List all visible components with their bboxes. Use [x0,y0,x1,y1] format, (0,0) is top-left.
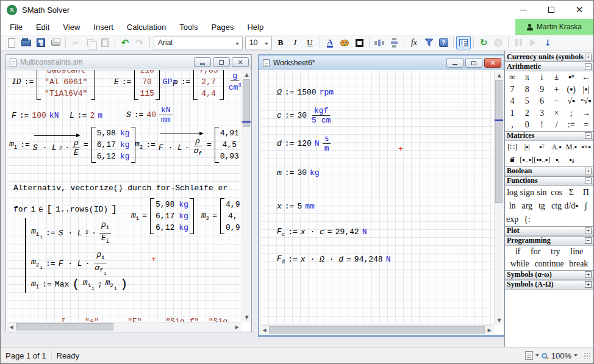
section-symbols-lowercase[interactable]: Symbols (α-ω) + [505,270,593,280]
page-view-icon[interactable] [525,351,533,360]
expr-loop-m2i[interactable]: m2i := F · L · ρiσfi [31,250,109,278]
palette-item[interactable]: |▪| [579,84,593,96]
menu-help[interactable]: Help [240,20,270,34]
palette-item[interactable]: arg [520,199,534,213]
save-button[interactable] [34,36,48,49]
print-button[interactable] [48,36,63,49]
scroll-right-icon[interactable]: ▶ [485,326,494,335]
vertical-scrollbar[interactable]: ▲ ▼ [242,70,251,322]
zoom-magnifier-icon[interactable] [542,353,547,359]
vertical-scrollbar[interactable]: ▲ ▼ [494,71,503,325]
section-boolean[interactable]: Boolean + [505,166,593,176]
menu-calculation[interactable]: Calculation [120,20,173,34]
expand-icon[interactable]: + [585,281,592,288]
palette-item[interactable]: M.▪ [564,141,579,154]
bold-button[interactable]: B [273,36,288,49]
palette-item[interactable]: ∫ [579,199,593,213]
scroll-left-icon[interactable]: ◀ [7,323,16,332]
expr-d[interactable]: d := 120 N sm [277,134,331,153]
collapse-icon[interactable]: − [585,177,592,184]
italic-button[interactable]: I [288,36,302,49]
menu-tools[interactable]: Tools [173,20,204,34]
palette-item[interactable]: ; [564,107,579,120]
expr-fc[interactable]: Fc := x · c = 29,42 N [277,227,367,238]
font-size-combo[interactable]: 10 [245,37,272,49]
palette-item[interactable]: {: [520,213,534,226]
palette-item[interactable]: ∞ [505,71,520,84]
expand-icon[interactable]: + [585,54,592,60]
palette-item[interactable]: 0 [520,119,534,131]
paste-button[interactable] [98,36,112,49]
pause-button[interactable] [511,36,526,49]
user-account-badge[interactable]: Martin Kraska [515,19,593,35]
expand-icon[interactable]: + [585,271,592,278]
expr-fd[interactable]: Fd := x · Ω · d = 94,248 N [277,254,390,265]
section-functions[interactable]: Functions − [505,176,593,186]
function-button[interactable]: fx [407,36,421,49]
font-color-button[interactable]: A [323,36,337,49]
section-plot[interactable]: Plot + [505,226,593,236]
palette-item[interactable]: ▪⃗ [505,154,520,166]
child-restore-button[interactable] [465,58,482,68]
palette-item[interactable]: sin [534,186,549,199]
palette-item[interactable]: π [520,71,534,84]
palette-item[interactable]: ▪×▪ [579,141,593,154]
palette-item[interactable]: Π [579,186,593,199]
collapse-icon[interactable]: − [585,237,592,244]
open-button[interactable] [19,36,34,49]
cut-button[interactable]: ✂ [68,36,83,49]
palette-item[interactable]: / [549,119,564,131]
chevron-down-icon[interactable] [535,354,539,357]
resize-grip[interactable] [584,352,590,359]
palette-item[interactable]: try [551,246,560,258]
step-button[interactable]: ↓ [540,36,555,49]
minimize-button[interactable] [509,1,537,19]
expand-icon[interactable]: + [585,168,592,174]
scrollbar-thumb[interactable] [495,80,503,203]
maximize-button[interactable] [537,1,565,19]
palette-item[interactable]: sign [520,186,534,199]
palette-item[interactable]: A.▪ [549,141,564,154]
expr-m1-result[interactable]: m1 = 5,98kg6,17kg6,12kg [131,198,194,234]
palette-item[interactable]: × [549,107,564,120]
side-panel-toggle-button[interactable] [456,36,471,49]
scroll-down-icon[interactable]: ▼ [242,313,251,322]
palette-item[interactable]: ⁿ√▪ [579,95,593,107]
expr-e-definition[interactable]: E := 21070115 GPa [114,70,177,100]
expr-omega[interactable]: Ω := 1500 rpm [277,88,334,97]
close-button[interactable]: ✕ [565,1,593,19]
scroll-down-icon[interactable]: ▼ [495,316,504,325]
palette-item[interactable]: 3 [534,107,549,120]
horizontal-scrollbar[interactable]: ◀ ▶ [7,322,242,331]
zoom-level[interactable]: 100% [551,351,571,360]
scroll-up-icon[interactable]: ▲ [495,71,504,80]
child-minimize-button[interactable] [446,58,463,68]
palette-item[interactable]: ± [549,71,564,84]
section-matrices[interactable]: Matrices − [505,131,593,141]
expr-id-definition[interactable]: ID := "Baustahl""Al 6061""TiAl6V4" [12,70,95,100]
palette-item[interactable]: ← [579,71,593,84]
child-close-button[interactable]: ✕ [232,57,249,67]
collapse-icon[interactable]: − [585,63,592,70]
menu-view[interactable]: View [56,20,87,34]
text-note[interactable]: Alternativ, vectorize() durch for-Schlei… [13,184,227,193]
palette-item[interactable]: d/d▪ [564,199,579,213]
horizontal-scrollbar[interactable]: ◀ ▶ [260,325,494,334]
palette-item[interactable]: continue [534,258,564,270]
palette-item[interactable]: log [505,186,520,199]
menu-insert[interactable]: Insert [87,20,120,34]
stop-button[interactable]: x [491,36,506,49]
multiconstraints-canvas[interactable]: ID := "Baustahl""Al 6061""TiAl6V4" E := … [7,70,241,322]
palette-item[interactable]: 1 [505,107,520,120]
palette-item[interactable]: tg [534,199,549,213]
underline-button[interactable]: U [302,36,317,49]
background-color-button[interactable] [337,36,352,49]
palette-item[interactable]: [▪..▪] [520,154,534,166]
border-button[interactable] [352,36,367,49]
section-arithmetic[interactable]: Arithmetic − [505,62,593,71]
palette-item[interactable]: ▪ᵀ [534,141,549,154]
new-button[interactable] [4,36,19,49]
scroll-left-icon[interactable]: ◀ [260,326,269,335]
palette-item[interactable]: if [515,246,521,258]
expand-icon[interactable]: + [585,227,592,234]
